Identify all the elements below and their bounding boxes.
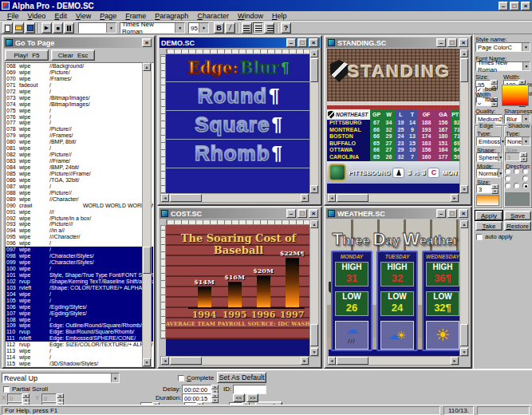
direction-radio[interactable]: [522, 183, 528, 188]
menu-help[interactable]: Help: [268, 12, 291, 20]
chevron-down-icon[interactable]: [199, 23, 208, 33]
page-list-row[interactable]: 085wipe/Picture///Frame/: [6, 171, 153, 177]
save-button[interactable]: [25, 22, 35, 34]
close-button[interactable]: [459, 209, 468, 218]
scrollbar-thumb[interactable]: [170, 357, 202, 365]
edge-color-swatch[interactable]: [476, 195, 499, 206]
scroll-up-icon[interactable]: [460, 49, 468, 57]
minimize-button[interactable]: [286, 209, 296, 218]
scrollbar-thumb[interactable]: [337, 194, 368, 202]
new-button[interactable]: [2, 22, 13, 34]
edge-size-stepper[interactable]: 3: [476, 184, 499, 193]
chevron-down-icon[interactable]: [498, 169, 502, 177]
page-list-scrollbar[interactable]: [142, 62, 152, 367]
chevron-down-icon[interactable]: [111, 374, 119, 382]
scroll-down-icon[interactable]: [310, 348, 318, 356]
chevron-down-icon[interactable]: [498, 153, 502, 161]
align-right-button[interactable]: [264, 22, 274, 34]
page-list-row[interactable]: 096wipe/: [6, 240, 153, 247]
page-list-row[interactable]: 106wipe/Egding/Styles/: [6, 304, 153, 310]
chevron-down-icon[interactable]: [175, 23, 184, 33]
shadow-type-combo[interactable]: None: [505, 136, 530, 146]
cost-sc-titlebar[interactable]: COST.SC: [160, 208, 320, 219]
horizontal-scrollbar[interactable]: [160, 193, 309, 203]
transition-combo[interactable]: Reveal Up: [2, 373, 120, 383]
page-list-row[interactable]: 093wipe/Picture///: [6, 221, 153, 227]
minimize-button[interactable]: [436, 38, 446, 47]
stop-button[interactable]: ■: [53, 22, 63, 34]
close-button[interactable]: [459, 38, 468, 47]
page-list-row[interactable]: 094wipe//in a//: [6, 227, 153, 234]
page-list[interactable]: 068wipe//Background/069wipe/Picture/070w…: [5, 62, 154, 367]
complete-checkbox[interactable]: Complete: [178, 374, 214, 381]
next-button[interactable]: >>: [246, 393, 258, 402]
page-list-row[interactable]: 101wipeStyle, Shape/True Type Font/FONT …: [6, 272, 153, 279]
scroll-right-icon[interactable]: [301, 194, 309, 202]
weather-canvas[interactable]: ThreeDayWeather MONDAYHIGH31LOW26TUESDAY…: [327, 219, 463, 357]
page-list-row[interactable]: 073wipe/Bitmap/Images/: [6, 95, 153, 101]
direction-radio[interactable]: [522, 168, 528, 174]
menu-paragraph[interactable]: Paragraph: [151, 12, 192, 20]
minimize-button[interactable]: [436, 209, 446, 218]
spin-down-icon[interactable]: [491, 189, 499, 194]
bold-checkbox[interactable]: bold: [476, 85, 496, 93]
page-list-row[interactable]: 086wipe/TGA, 32bit/: [6, 177, 153, 184]
page-list-row[interactable]: 075wipe/: [6, 108, 153, 114]
app-close-button[interactable]: [521, 2, 530, 10]
scrollbar-thumb[interactable]: [143, 247, 151, 274]
scroll-left-icon[interactable]: [161, 194, 169, 202]
font-combo[interactable]: Times New Roman: [120, 22, 185, 34]
play-button[interactable]: ▶: [41, 22, 52, 34]
apply-button[interactable]: Apply: [475, 211, 502, 220]
standings-canvas[interactable]: STANDING NORTHEAST GPWLTGFGAPTS PITTSBUR…: [327, 49, 463, 194]
page-list-row[interactable]: 095wipe///Character/: [6, 234, 153, 240]
edge-type-combo[interactable]: Emboss: [476, 136, 501, 146]
page-list-row[interactable]: 092wipe/Picture/in a box/: [6, 215, 153, 222]
page-list-row[interactable]: 082wipe/Picture//: [6, 152, 153, 158]
app-minimize-button[interactable]: [499, 2, 508, 10]
bold-button[interactable]: B: [214, 22, 224, 34]
page-list-row[interactable]: 097wipe/: [6, 247, 153, 253]
page-list-row[interactable]: 100wipe/: [6, 266, 153, 272]
scroll-left-icon[interactable]: [328, 194, 336, 202]
align-left-button[interactable]: [242, 22, 252, 34]
prev-button[interactable]: <<: [233, 393, 245, 402]
scroll-left-icon[interactable]: [161, 357, 169, 365]
scroll-left-icon[interactable]: [328, 357, 336, 365]
page-list-row[interactable]: 091wipe///: [6, 209, 153, 215]
chevron-down-icon[interactable]: [522, 62, 530, 70]
page-list-row[interactable]: 112rvupEdge: SIZE/COLOR/TEXTURE/+ ALPHA/: [6, 342, 153, 348]
page-list-row[interactable]: 103rvleft/Shape: COLOR/TEXTURE/+ ALPHA/: [6, 285, 153, 291]
page-list-row[interactable]: 078wipe/Picture//: [6, 126, 153, 132]
page-list-row[interactable]: 114wipe/: [6, 354, 153, 361]
vertical-scrollbar[interactable]: [309, 49, 319, 194]
play-page-button[interactable]: Play! F5: [5, 49, 49, 61]
menu-character[interactable]: Character: [193, 12, 233, 20]
clear-button[interactable]: Clear Esc: [51, 49, 95, 61]
delay-stepper[interactable]: 00:02:00: [182, 385, 219, 393]
duration-value[interactable]: 00:00:15: [182, 393, 211, 402]
page-list-row[interactable]: 076wipe/: [6, 114, 153, 121]
scroll-right-icon[interactable]: [301, 357, 309, 365]
edge-size-value[interactable]: 3: [476, 184, 491, 193]
scroll-up-icon[interactable]: [310, 49, 318, 57]
page-list-row[interactable]: 069wipe/Picture/: [6, 69, 153, 76]
close-button[interactable]: [309, 209, 318, 218]
page-list-row[interactable]: 109wipeEdge: Outline/Round/Square/Rhomb/: [6, 322, 153, 329]
delay-value[interactable]: 00:02:00: [182, 385, 211, 393]
vertical-scrollbar[interactable]: [309, 219, 319, 357]
direction-radio[interactable]: [514, 183, 519, 188]
page-list-row[interactable]: 105wipe/: [6, 298, 153, 304]
page-list-row[interactable]: 107wipe/Egding/Styles/: [6, 310, 153, 317]
scroll-up-icon[interactable]: [143, 63, 151, 71]
page-list-row[interactable]: 074wipe/Bitmap/Images/: [6, 101, 153, 108]
direction-radio[interactable]: [505, 183, 510, 188]
demo-canvas[interactable]: Edge: Blur ¶ Round ¶ Square ¶ Rhomb ¶: [166, 54, 311, 194]
page-list-row[interactable]: 090crawlWORLD WORLD WORLD WORLD WORLD.: [6, 203, 153, 209]
page-list-row[interactable]: 068wipe//Background/: [6, 63, 153, 69]
direction-radio[interactable]: [505, 176, 510, 181]
maximize-button[interactable]: [447, 38, 457, 47]
italic-button[interactable]: /: [225, 22, 235, 34]
restore-button[interactable]: Restore: [504, 221, 531, 231]
style-name-combo[interactable]: Page ColorC: [475, 42, 530, 52]
